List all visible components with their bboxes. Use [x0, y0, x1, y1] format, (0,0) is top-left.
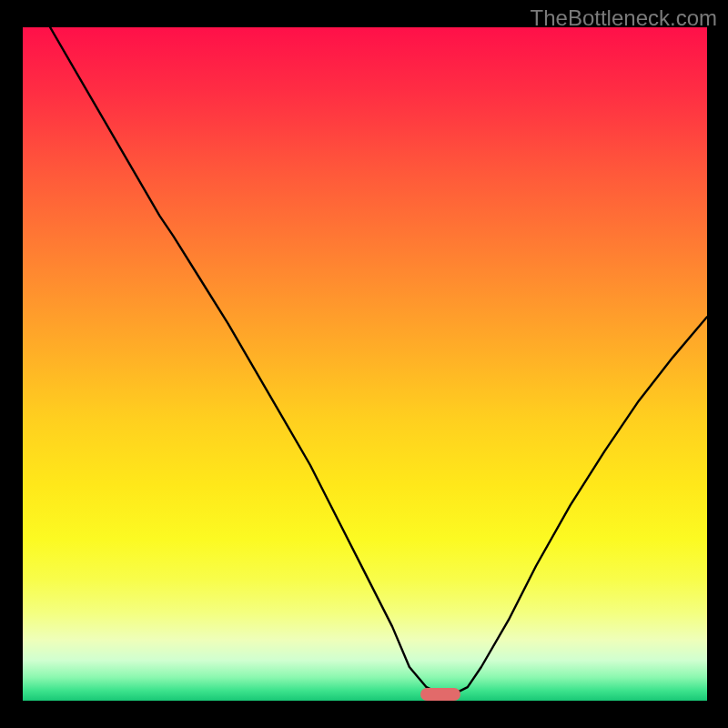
optimal-marker: [420, 688, 460, 701]
chart-canvas: [23, 27, 707, 701]
bottleneck-chart: [23, 27, 707, 701]
attribution-text: TheBottleneck.com: [531, 5, 717, 31]
